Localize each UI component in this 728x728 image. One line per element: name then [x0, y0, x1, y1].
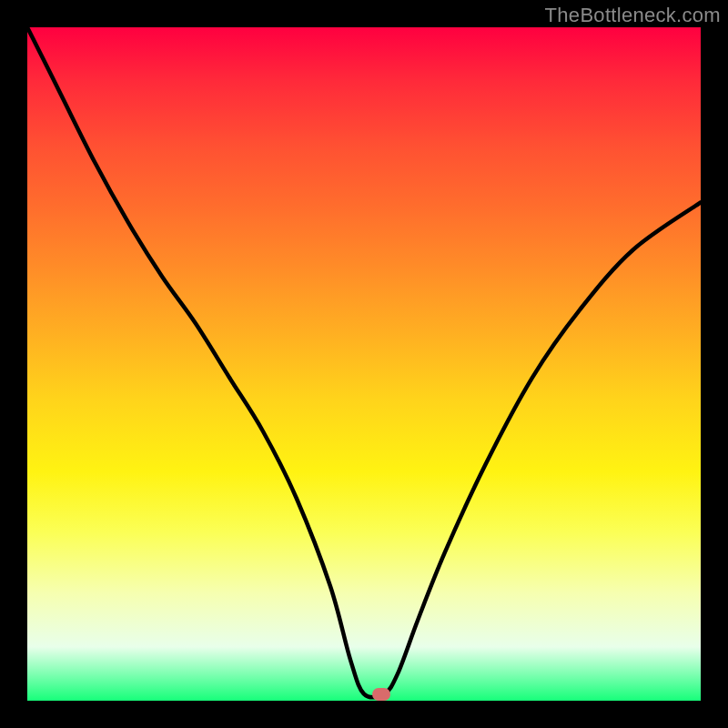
watermark-text: TheBottleneck.com: [545, 4, 721, 27]
chart-frame: TheBottleneck.com: [0, 0, 728, 728]
plot-area: [27, 27, 701, 701]
sweet-spot-marker: [372, 688, 390, 701]
bottleneck-curve: [27, 27, 701, 701]
